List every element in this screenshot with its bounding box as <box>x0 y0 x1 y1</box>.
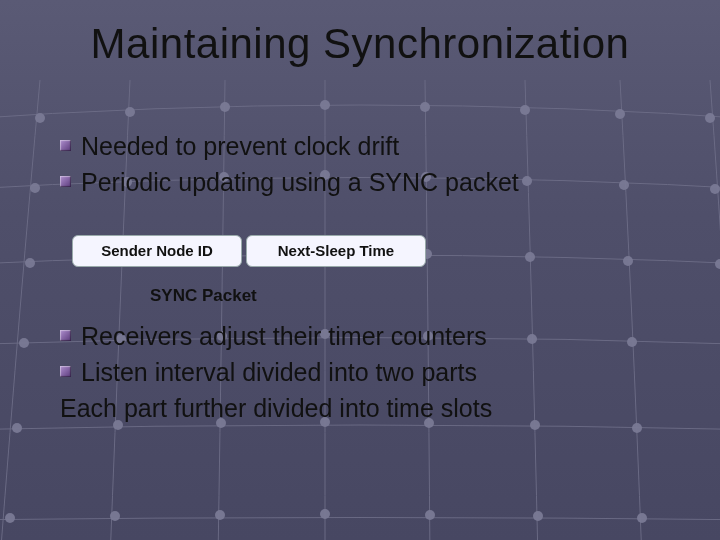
packet-field-sleep: Next-Sleep Time <box>246 235 426 267</box>
svg-point-0 <box>35 113 45 123</box>
svg-point-24 <box>19 338 29 348</box>
svg-point-16 <box>25 258 35 268</box>
bullet-icon <box>60 330 71 341</box>
svg-point-4 <box>420 102 430 112</box>
bullet-list-bottom: Receivers adjust their timer counters Li… <box>60 320 680 425</box>
svg-point-21 <box>525 252 535 262</box>
bullet-icon <box>60 140 71 151</box>
svg-point-8 <box>30 183 40 193</box>
svg-point-42 <box>215 510 225 520</box>
bullet-icon <box>60 176 71 187</box>
background-mesh <box>0 0 720 540</box>
svg-point-22 <box>623 256 633 266</box>
bullet-text: Needed to prevent clock drift <box>81 130 399 164</box>
packet-diagram: Sender Node ID Next-Sleep Time <box>72 235 426 267</box>
bullet-text: Periodic updating using a SYNC packet <box>81 166 519 200</box>
svg-point-7 <box>705 113 715 123</box>
svg-point-5 <box>520 105 530 115</box>
svg-point-23 <box>715 259 720 269</box>
svg-point-41 <box>110 511 120 521</box>
packet-field-sender: Sender Node ID <box>72 235 242 267</box>
svg-point-40 <box>5 513 15 523</box>
svg-point-6 <box>615 109 625 119</box>
svg-point-43 <box>320 509 330 519</box>
bullet-list-top: Needed to prevent clock drift Periodic u… <box>60 130 680 202</box>
bullet-text: Receivers adjust their timer counters <box>81 320 487 354</box>
bullet-item: Periodic updating using a SYNC packet <box>60 166 680 200</box>
bullet-item: Needed to prevent clock drift <box>60 130 680 164</box>
svg-point-15 <box>710 184 720 194</box>
bullet-icon <box>60 366 71 377</box>
body-text: Each part further divided into time slot… <box>60 392 680 426</box>
svg-point-2 <box>220 102 230 112</box>
slide-title: Maintaining Synchronization <box>0 20 720 68</box>
svg-point-45 <box>533 511 543 521</box>
bullet-item: Listen interval divided into two parts <box>60 356 680 390</box>
svg-point-44 <box>425 510 435 520</box>
svg-point-32 <box>12 423 22 433</box>
bullet-text: Listen interval divided into two parts <box>81 356 477 390</box>
slide: Maintaining Synchronization Needed to pr… <box>0 0 720 540</box>
bullet-item: Receivers adjust their timer counters <box>60 320 680 354</box>
packet-caption: SYNC Packet <box>150 286 257 306</box>
svg-point-1 <box>125 107 135 117</box>
svg-point-3 <box>320 100 330 110</box>
svg-point-46 <box>637 513 647 523</box>
